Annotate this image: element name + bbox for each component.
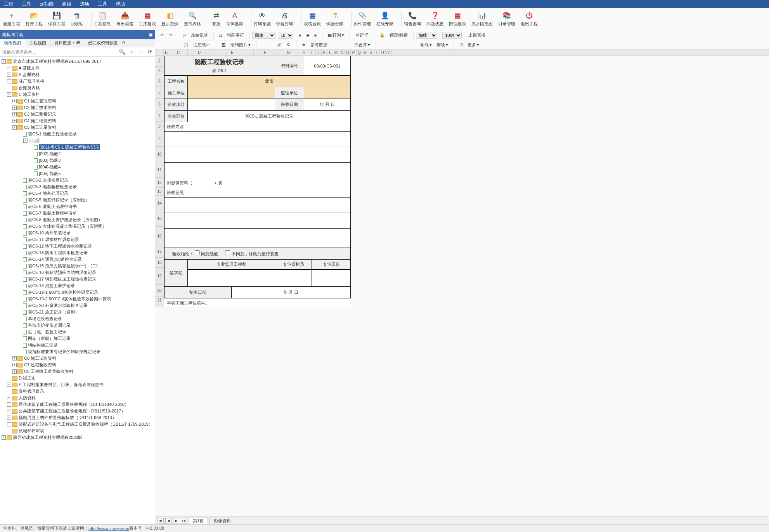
tree-node[interactable]: 表C5-20 外窗淋水试验检查记录 [1,302,154,309]
tree-toggle-icon[interactable]: + [7,402,11,407]
tree-node[interactable]: 表C5-11 焊接材料烘焙记录 [1,236,154,243]
tree-node[interactable]: 规范标准要求有记录的均应按规定记录 [1,348,154,355]
tree-node[interactable]: -C 施工资料 [1,91,154,98]
tree-node[interactable]: +C6 施工试验资料 [1,355,154,362]
tree-node[interactable]: 表C5-7 混凝土拆模申请单 [1,210,154,217]
content-area-2[interactable] [165,147,351,163]
menu-advanced[interactable]: 高级 [62,1,71,7]
tree-toggle-icon[interactable]: - [7,92,11,97]
toolbar-保存工程[interactable]: 💾保存工程 [48,11,65,27]
wrap-button[interactable]: ⏎ 折行 [354,31,370,39]
row-header[interactable]: 12 [155,178,164,188]
toolbar-回收站[interactable]: 🗑回收站 [71,11,83,27]
paste-icon[interactable]: 📋 [182,42,190,48]
tree-toggle-icon[interactable]: + [7,422,11,426]
status-link[interactable]: http://www.zhuyew.cn [88,526,129,531]
tree-node[interactable]: +陕西省建筑工程资料管理规程2020版 [1,434,154,441]
upload-button[interactable]: 上报表格 [467,31,487,39]
tree-toggle-icon[interactable]: + [7,383,11,387]
checkbox-disagree[interactable] [225,250,230,255]
col-header[interactable]: E [211,50,254,55]
tree-node[interactable]: +A 基建文件 [1,65,154,71]
search-icon[interactable]: 🔍 [119,49,125,55]
content-area-3[interactable] [165,163,351,178]
tree-toggle-icon[interactable]: - [23,139,28,143]
col-header[interactable]: B [164,50,169,55]
checkbox-agree[interactable] [195,250,200,255]
tree-node[interactable]: +C8 工程竣工质量验收资料 [1,368,154,375]
tree-node[interactable]: 表C5-17 钢筋螺纹加工现场检查记录 [1,276,154,282]
toolbar-部位建表[interactable]: ▦部位建表 [449,11,466,27]
toolbar-在线专家[interactable]: 👤在线专家 [376,11,393,27]
tree-node[interactable]: +B 监理资料 [1,71,154,78]
refresh-icon[interactable]: ⟳ [148,49,152,55]
toolbar-新建工程[interactable]: ＋新建工程 [3,11,20,27]
tree-node[interactable]: D 竣工图 [1,375,154,381]
tree-node[interactable]: 表C5-9 大体积混凝土测温记录（应附图） [1,223,154,230]
toolbar-销售咨询[interactable]: 📞销售咨询 [404,11,421,27]
tree-node[interactable]: 表C5-10 构件吊装记录 [1,230,154,236]
tree-node[interactable]: +C4 施工物资资料 [1,118,154,124]
copy-icon[interactable]: ⎘ [182,32,188,38]
first-page-icon[interactable]: ⏮ [158,518,164,523]
image-icon[interactable]: 🖼 [220,42,227,48]
tree-node[interactable]: +C3 施工测量记录 [1,111,154,118]
tree-toggle-icon[interactable]: + [12,356,17,360]
col-header[interactable]: F [254,50,277,55]
col-header[interactable]: J [316,50,322,55]
col-header[interactable]: T [374,50,380,55]
toolbar-查找表格[interactable]: 🔍查找表格 [184,11,201,27]
tree-node[interactable]: -北京市建筑工程资料管理规程DB11/T695-2017 [1,58,154,65]
tree-node[interactable]: 表C5-5 地基钎探记录（应附图） [1,197,154,203]
toolbar-替换[interactable]: ⇄替换 [211,11,221,27]
row-header[interactable]: 7 [155,110,164,122]
prev-page-icon[interactable]: ◀ [165,518,171,523]
tree-view[interactable]: -北京市建筑工程资料管理规程DB11/T695-2017+A 基建文件+B 监理… [0,57,155,524]
inspectitem-value[interactable] [188,99,275,111]
linestyle-select[interactable]: 细线 [416,32,437,39]
tree-node[interactable]: [004]-隐蔽4 [1,164,154,170]
tree-node[interactable]: -北京 [1,137,154,144]
toolbar-附件管理[interactable]: 📎附件管理 [354,11,371,27]
rowcol-button[interactable]: ▦ 行列 ▾ [326,31,346,39]
content-area-1[interactable] [165,132,351,147]
align-center-icon[interactable]: ≣ [305,32,311,38]
row-header[interactable]: 17 [155,246,164,258]
row-header[interactable]: 6 [155,99,164,110]
row-header[interactable]: 21 [155,296,164,304]
sheet-tab-page1[interactable]: 第1页 [189,518,208,524]
tree-node[interactable]: 长城杯评审表 [1,428,154,434]
col-header[interactable]: R [362,50,368,55]
col-header[interactable]: U [380,50,386,55]
add-icon[interactable]: ＋ [129,49,135,55]
minus-icon[interactable]: － [139,49,144,55]
tree-toggle-icon[interactable]: - [2,59,6,64]
tree-node[interactable]: +E 工程档案案卷封面、目录、备考表与移交书 [1,381,154,388]
row-header[interactable]: 9 [155,131,164,147]
tree-node[interactable]: 表C5-8 混凝土养护测温记录（应附图） [1,217,154,223]
docno-value[interactable]: 00-00-C5-001 [304,56,351,76]
toolbar-打开工程[interactable]: 📂打开工程 [26,11,43,27]
sort-button[interactable]: 排线 ▾ [435,41,450,49]
grid-icon[interactable]: ⊞ [458,42,464,48]
toolbar-退出工程[interactable]: ⏻退出工程 [521,11,538,27]
tree-toggle-icon[interactable]: + [12,112,17,116]
col-header[interactable]: I [308,50,316,55]
tree-node[interactable]: 表C5-6 混凝土浇灌申请书 [1,203,154,210]
undo-icon[interactable]: ↶ [159,32,166,38]
tree-node[interactable]: 钢结构施工记录 [1,342,154,348]
tree-node[interactable]: 表C5-18 混凝土养护记录 [1,282,154,289]
lock-icon[interactable]: 🔒 [378,32,386,38]
tree-toggle-icon[interactable]: + [7,396,11,400]
role1-sign[interactable] [188,270,275,287]
align-left-icon[interactable]: ≡ [297,32,303,38]
tree-toggle-icon[interactable]: + [12,119,17,123]
tree-toggle-icon[interactable]: + [7,79,11,83]
tree-node[interactable]: [005]-隐蔽5 [1,170,154,177]
tree-node[interactable]: 台账类表格 [1,85,154,91]
tree-node[interactable]: 表C5-3 地基验槽检查记录 [1,184,154,190]
tree-node[interactable]: +装配式建筑设备与电气工程施工质量及验收规程（DB11/T 1709-2019） [1,421,154,428]
next-page-icon[interactable]: ▶ [173,518,179,523]
toolbar-字体批刷[interactable]: A字体批刷 [226,11,243,27]
col-header[interactable]: M [333,50,339,55]
